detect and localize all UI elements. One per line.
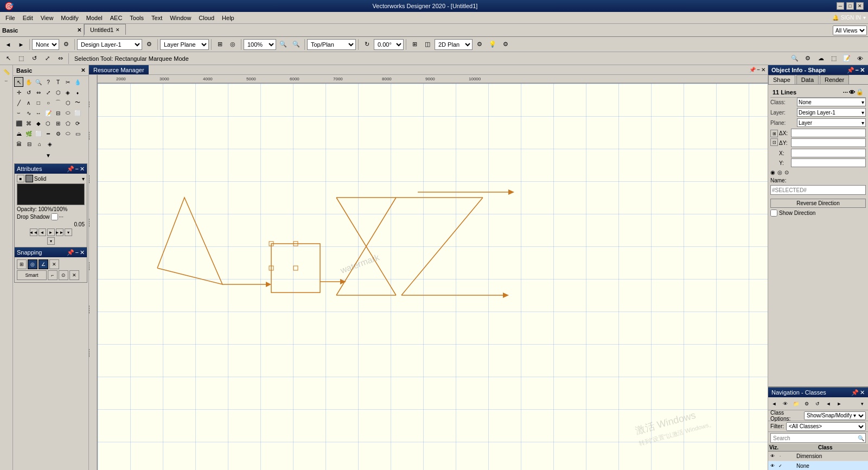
snap-corner-btn[interactable]: ⌐ <box>48 270 58 280</box>
attr-play-end[interactable]: ►► <box>56 228 63 236</box>
mesh-tool[interactable]: ⊞ <box>54 118 63 128</box>
layer-value-dropdown[interactable]: Design Layer-1 ▾ <box>797 108 866 117</box>
obj-info-min[interactable]: − <box>856 67 859 74</box>
menu-cloud[interactable]: Cloud <box>195 14 218 22</box>
nav-search-input[interactable] <box>771 435 857 441</box>
view-btn[interactable]: 👁 <box>854 53 866 65</box>
select-tool[interactable]: ↖ <box>14 77 23 87</box>
mirror-btn[interactable]: ⇔ <box>54 53 66 65</box>
attr-minimize-icon[interactable]: − <box>75 166 79 173</box>
pan-tool[interactable]: ✋ <box>24 77 33 87</box>
restore-button[interactable]: □ <box>846 2 854 10</box>
rm-pin-icon[interactable]: 📌 <box>749 67 756 73</box>
obj-icon-2[interactable]: ◎ <box>777 169 782 175</box>
tab-data[interactable]: Data <box>796 75 819 84</box>
snap-clear-btn[interactable]: ✕ <box>49 259 59 269</box>
nav-folder-btn[interactable]: 📁 <box>791 399 801 409</box>
sign-in-area[interactable]: 🔔 SIGN IN ▾ <box>832 15 866 21</box>
polyline-tool[interactable]: ∧ <box>24 98 33 107</box>
help-tool[interactable]: ? <box>43 77 53 87</box>
window-tool[interactable]: ⬜ <box>73 108 82 118</box>
menu-view[interactable]: View <box>37 14 57 22</box>
text-tool[interactable]: T <box>54 77 63 87</box>
sweep-tool[interactable]: ⟳ <box>73 118 82 128</box>
rotate-tool[interactable]: ↺ <box>24 87 33 97</box>
reverse-direction-btn[interactable]: Reverse Direction <box>770 199 866 208</box>
y-input[interactable] <box>791 158 866 167</box>
workspace-close[interactable]: ✕ <box>77 27 81 33</box>
bezier-tool[interactable]: ⌣ <box>14 108 23 118</box>
zoom-out[interactable]: 🔍 <box>290 39 302 50</box>
circle-tool[interactable]: ○ <box>43 98 53 107</box>
nav-eye-dimension[interactable]: 👁 <box>769 453 776 460</box>
dim-tool[interactable]: ↔ <box>34 108 43 118</box>
show-direction-checkbox[interactable] <box>770 209 777 217</box>
delta-x-input[interactable] <box>791 129 866 137</box>
wall-tool[interactable]: ⊟ <box>54 108 63 118</box>
attr-shadow-more[interactable]: ··· <box>59 214 63 220</box>
deform-tool[interactable]: ⬡ <box>54 87 63 97</box>
tab-close-icon[interactable]: ✕ <box>116 27 120 33</box>
space-tool[interactable]: ⬭ <box>63 129 73 138</box>
line-tool[interactable]: ╱ <box>14 98 23 107</box>
stair-tool[interactable]: ⊟ <box>24 139 34 149</box>
attr-play-start[interactable]: ◄◄ <box>30 228 37 236</box>
nav-pin-icon[interactable]: 📌 <box>851 389 859 396</box>
class-options-dropdown[interactable]: Show/Snap/Modify ▾ <box>804 411 866 420</box>
nav-check-none[interactable]: ✓ <box>777 463 783 469</box>
nav-left-btn[interactable]: ◄ <box>824 399 833 409</box>
coord-icon-1[interactable]: ⊞ <box>770 130 778 137</box>
menu-aec[interactable]: AEC <box>107 14 126 22</box>
snap-smart-btn[interactable]: Smart <box>17 270 47 280</box>
menu-modify[interactable]: Modify <box>58 14 81 22</box>
more-settings[interactable]: ⚙ <box>500 39 512 50</box>
tab-untitled1[interactable]: Untitled1 ✕ <box>84 24 126 35</box>
annotate-btn[interactable]: 📝 <box>841 53 853 65</box>
view-selector[interactable]: All Views <box>833 26 867 35</box>
settings-btn[interactable]: ⚙ <box>802 53 814 65</box>
scale-btn[interactable]: ⤢ <box>41 53 53 65</box>
class-settings[interactable]: ⚙ <box>60 39 72 50</box>
tab-shape[interactable]: Shape <box>768 75 795 84</box>
obj-dots-icon[interactable]: ··· <box>843 89 848 96</box>
workspace-panel-close[interactable]: ✕ <box>81 67 85 73</box>
attr-fill-dropdown[interactable]: ▾ <box>82 176 85 182</box>
spline-tool[interactable]: ∿ <box>24 108 33 118</box>
nav-more-btn[interactable]: ▾ <box>857 399 867 409</box>
nav-add-btn[interactable]: ◄ <box>769 399 779 409</box>
snap-grid-btn[interactable]: ⊞ <box>17 259 27 269</box>
close-button[interactable]: ✕ <box>856 2 864 10</box>
minimize-button[interactable]: ─ <box>837 2 844 10</box>
expand-tools[interactable]: ▼ <box>32 150 65 160</box>
snap-midpt-btn[interactable]: ⊙ <box>59 270 68 280</box>
column-tool[interactable]: 🏛 <box>14 139 24 149</box>
window-controls[interactable]: ─ □ ✕ <box>837 2 864 10</box>
snap-min-icon[interactable]: − <box>75 249 79 256</box>
attr-close-icon[interactable]: ✕ <box>80 166 85 173</box>
scale-tool[interactable]: ⤢ <box>43 87 53 97</box>
render-toggle[interactable]: ◫ <box>422 39 433 50</box>
menu-text[interactable]: Text <box>148 14 165 22</box>
view-dropdown[interactable]: Top/Plan <box>307 39 356 50</box>
slab-tool[interactable]: ▭ <box>73 129 82 138</box>
nav-dot-dimension[interactable]: · <box>777 453 783 460</box>
move-tool[interactable]: ✛ <box>14 87 23 97</box>
layer-settings[interactable]: ⚙ <box>143 39 155 50</box>
nav-row-none[interactable]: 👁 ✓ None <box>768 461 868 470</box>
push-pull-tool[interactable]: ⬛ <box>14 118 23 128</box>
class-value-dropdown[interactable]: None ▾ <box>797 98 866 106</box>
freehand-tool[interactable]: 〜 <box>73 98 82 107</box>
door-tool[interactable]: ⬭ <box>63 108 73 118</box>
attr-shadow-checkbox[interactable] <box>51 213 58 220</box>
rotate-btn[interactable]: ↺ <box>28 53 40 65</box>
attr-extra[interactable]: ▾ <box>47 237 55 245</box>
attr-pin-icon[interactable]: 📌 <box>67 166 74 173</box>
obj-icon-3[interactable]: ⊙ <box>784 169 789 175</box>
obj-info-pin[interactable]: 📌 <box>847 67 854 74</box>
search-scene-btn[interactable]: 🔍 <box>789 53 801 65</box>
zoom-in[interactable]: 🔍 <box>277 39 289 50</box>
zoom-tool[interactable]: 🔍 <box>34 77 43 87</box>
site-model-tool[interactable]: ◈ <box>45 139 55 149</box>
plane-dropdown[interactable]: Layer Plane <box>160 39 209 50</box>
nav-settings-btn[interactable]: ⚙ <box>802 399 812 409</box>
